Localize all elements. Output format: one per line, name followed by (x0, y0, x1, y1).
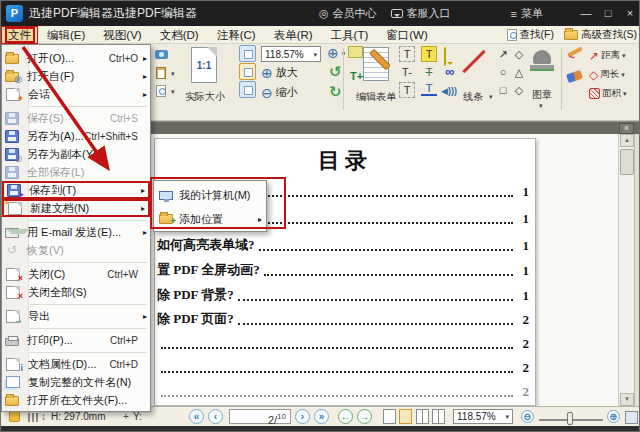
area-tool-button[interactable]: 面积▾ (589, 87, 627, 100)
menu-edit[interactable]: 编辑(E) (38, 27, 94, 43)
menu-item-open[interactable]: 打开(O)... Ctrl+O ▸ (2, 49, 150, 67)
single-page-layout-button[interactable] (383, 409, 396, 424)
menu-view[interactable]: 视图(V) (94, 27, 150, 43)
sound-button[interactable]: ◀))) (441, 86, 457, 96)
perimeter-tool-button[interactable]: ◇ 周长▾ (589, 68, 625, 81)
text-small-button[interactable]: T- (399, 64, 415, 80)
toc-entry[interactable]: 2 (157, 384, 529, 400)
two-page-continuous-layout-button[interactable] (432, 409, 445, 424)
menu-item-copy-filename[interactable]: 复制完整的文件名(N) (2, 373, 150, 391)
toc-entry[interactable]: 除 PDF 背景?1 (157, 288, 529, 304)
zoom-slider-thumb[interactable] (567, 412, 573, 425)
arrow-shape-button[interactable]: ↗ (495, 46, 511, 62)
toc-entry[interactable]: 如何高亮表单域?1 (157, 238, 529, 254)
last-page-button[interactable]: » (314, 409, 329, 424)
fit-page-button[interactable] (239, 45, 256, 62)
menu-document[interactable]: 文档(D) (151, 27, 208, 43)
member-center-button[interactable]: ◎ 会员中心 (319, 6, 377, 21)
snapshot-button[interactable] (152, 46, 170, 63)
two-page-layout-button[interactable] (416, 409, 429, 424)
menu-item-open-location[interactable]: 打开所在文件夹(F)... (2, 391, 150, 409)
menu-window[interactable]: 窗口(W) (377, 27, 437, 43)
text-rotate-button[interactable]: T (399, 82, 415, 98)
continuous-layout-button[interactable] (399, 409, 412, 424)
ruler-marks-icon (28, 413, 38, 422)
menu-item-save-copy[interactable]: ◎ 另存为副本(Y)... (2, 145, 150, 163)
menu-item-close[interactable]: × 关闭(C) Ctrl+W (2, 265, 150, 283)
eraser-tool-icon[interactable] (566, 70, 583, 83)
scrollbar-thumb[interactable] (620, 149, 634, 175)
fit-visible-button[interactable] (239, 81, 256, 98)
menu-file[interactable]: 文件 (1, 26, 38, 44)
line-tool-button[interactable] (461, 49, 487, 75)
submenu-item-my-computer[interactable]: 我的计算机(M) (154, 183, 266, 207)
page-number-input[interactable]: 2/10 (229, 409, 291, 424)
rotate-left-button[interactable]: ↺ (329, 64, 342, 79)
clipboard-dropdown-icon[interactable]: ▾ (171, 70, 175, 77)
zoom-in-button[interactable]: ⊕ 放大 (261, 65, 298, 80)
text-highlight-button[interactable]: T (421, 46, 437, 62)
circle-shape-button[interactable]: ○ (495, 64, 511, 80)
view-forward-button[interactable]: → (357, 409, 372, 424)
menu-item-close-all[interactable]: × 关闭全部(S) (2, 283, 150, 301)
pencil-tool-icon[interactable] (567, 48, 585, 62)
toc-entry[interactable]: 除 PDF 页面?2 (157, 312, 529, 328)
add-text-button[interactable]: T+ (350, 70, 363, 82)
slider-zoom-out-button[interactable]: ⊖ (521, 410, 534, 423)
view-back-button[interactable]: ← (338, 409, 353, 424)
stamp-dropdown-icon[interactable]: ▾ (539, 102, 543, 109)
menu-form[interactable]: 表单(R) (265, 27, 322, 43)
toc-entry[interactable]: 2 (157, 336, 529, 352)
advanced-find-button[interactable]: 高级查找(S) (564, 28, 637, 42)
square-shape-button[interactable]: □ (495, 82, 511, 98)
rotate-right-button[interactable]: ↻ (329, 84, 342, 99)
minimize-button[interactable]: — (575, 1, 597, 26)
support-entry-button[interactable]: 客服入口 (391, 6, 451, 21)
menu-item-send-email[interactable]: 用 E-mail 发送(E)... ▸ (2, 223, 150, 241)
vertical-scrollbar[interactable]: ▲ ▼ (618, 134, 634, 406)
edit-form-button[interactable] (363, 47, 389, 81)
doc-search-dropdown-icon[interactable]: ▾ (171, 88, 175, 95)
actual-size-button[interactable]: 1:1 (191, 47, 217, 83)
menu-item-session[interactable]: ● 会话 ▸ (2, 85, 150, 103)
close-button[interactable]: × (619, 1, 640, 26)
menu-tools[interactable]: 工具(T) (322, 27, 378, 43)
maximize-button[interactable]: □ (597, 1, 619, 26)
text-frame-button[interactable]: T (399, 46, 415, 62)
clipboard-button[interactable] (152, 64, 170, 81)
fit-width-button[interactable] (239, 63, 256, 80)
menu-item-open-from[interactable]: ◎ 打开自(F) ▸ (2, 67, 150, 85)
pentagon-shape-button[interactable]: △ (511, 64, 527, 80)
menu-item-print[interactable]: 打印(P)... Ctrl+P (2, 331, 150, 349)
lines-dropdown-icon[interactable]: ▾ (489, 93, 493, 100)
fit-view-button[interactable] (625, 411, 638, 424)
submenu-item-add-location[interactable]: + 添加位置 ▸ (154, 207, 266, 231)
toc-entry[interactable]: 2 (157, 360, 529, 376)
toc-entry[interactable]: 置 PDF 全屏动画?1 (157, 263, 529, 279)
toolbar-zoom-select[interactable]: 118.57% ▾ (261, 46, 321, 62)
menu-item-export[interactable]: → 导出 ▸ (2, 307, 150, 325)
menu-button[interactable]: ≡ 菜单 (511, 6, 543, 21)
prev-page-button[interactable]: ‹ (208, 409, 223, 424)
menu-item-save-to[interactable]: ▸ 保存到(T) ▸ (2, 181, 150, 199)
menu-comment[interactable]: 注释(C) (208, 27, 265, 43)
scroll-down-icon[interactable]: ▼ (620, 393, 634, 406)
next-page-button[interactable]: › (295, 409, 310, 424)
tab-close-icon[interactable]: × (619, 123, 634, 134)
status-zoom-select[interactable]: 118.57% ▾ (453, 409, 513, 424)
polygon-shape-button[interactable]: ◇ (511, 46, 527, 62)
distance-tool-button[interactable]: ↗ 距离▾ (589, 49, 626, 62)
zoom-out-button[interactable]: ⊖ 缩小 (261, 85, 298, 100)
stamp-icon[interactable] (529, 50, 555, 76)
text-strikethrough-button[interactable]: T (421, 64, 437, 80)
find-button[interactable]: 查找(F) (507, 28, 554, 42)
first-page-button[interactable]: « (189, 409, 204, 424)
menu-item-save-as[interactable]: 另存为(A)... Ctrl+Shift+S (2, 127, 150, 145)
text-underline-button[interactable]: T (421, 82, 437, 96)
link-button[interactable]: ∞ (445, 64, 454, 79)
slider-zoom-in-button[interactable]: ⊕ (607, 410, 620, 423)
menu-item-new-document[interactable]: * 新建文档(N) ▸ (2, 199, 150, 217)
scroll-up-icon[interactable]: ▲ (620, 134, 634, 147)
doc-search-button[interactable] (152, 82, 170, 99)
menu-item-doc-properties[interactable]: i 文档属性(D)... Ctrl+D (2, 355, 150, 373)
